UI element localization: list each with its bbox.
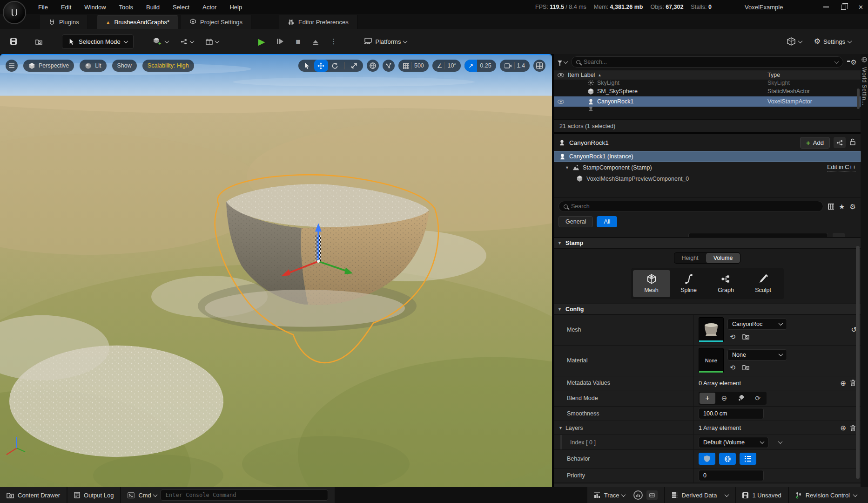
type-column-header[interactable]: Type — [767, 72, 861, 78]
menu-window[interactable]: Window — [79, 2, 111, 13]
menu-help[interactable]: Help — [224, 2, 248, 13]
component-row-stamp[interactable]: ▼ StampComponent (Stamp) Edit in C++ — [554, 162, 861, 173]
blueprints-dropdown[interactable] — [177, 35, 197, 48]
layer-dropdown[interactable]: Default (Volume — [699, 437, 768, 448]
section-config[interactable]: ▼ Config — [554, 304, 861, 315]
add-component-button[interactable]: + Add — [800, 137, 830, 149]
lit-dropdown[interactable]: Lit — [80, 60, 106, 72]
unlock-button[interactable] — [849, 138, 856, 147]
cinematics-dropdown[interactable] — [202, 35, 222, 48]
trace-dropdown[interactable]: Trace — [604, 492, 625, 499]
content-drawer-button[interactable]: Content Drawer — [0, 487, 67, 503]
details-search-input[interactable] — [558, 201, 823, 212]
edit-in-cpp-link[interactable]: Edit in C++ — [827, 164, 856, 171]
cmd-dropdown[interactable]: Cmd — [138, 492, 156, 499]
stamp-tool-mesh[interactable]: Mesh — [633, 270, 670, 297]
browse-content-button[interactable] — [32, 35, 46, 48]
insights-session-button[interactable] — [633, 490, 643, 500]
menu-actor[interactable]: Actor — [197, 2, 222, 13]
blend-add-button[interactable]: + — [700, 393, 715, 404]
restore-button[interactable] — [841, 5, 846, 10]
eject-button[interactable] — [309, 37, 322, 47]
revision-control-dropdown[interactable]: Revision Control — [789, 487, 868, 503]
priority-input[interactable] — [699, 470, 764, 481]
minimize-button[interactable] — [823, 7, 829, 7]
component-row-preview[interactable]: VoxelMeshStampPreviewComponent_0 — [554, 173, 861, 184]
insights-camera-button[interactable] — [646, 490, 658, 500]
browse-to-asset-button[interactable] — [740, 363, 751, 372]
favorites-star-icon[interactable]: ★ — [839, 203, 845, 210]
use-selected-asset-button[interactable]: ⟲ — [727, 363, 738, 372]
behavior-shield-button[interactable] — [699, 453, 715, 465]
volume-option[interactable]: Volume — [706, 253, 740, 263]
visibility-column-header[interactable] — [554, 73, 568, 77]
item-label-column-header[interactable]: Item Label ▲ — [568, 72, 767, 78]
outliner-row-skysphere[interactable]: SM_SkySphere StaticMeshActor — [554, 86, 861, 96]
camera-speed-control[interactable]: 1.4 — [500, 60, 530, 72]
material-asset-dropdown[interactable]: None — [727, 349, 787, 360]
section-stamp[interactable]: ▼ Stamp — [554, 238, 861, 249]
move-tool-button[interactable] — [314, 60, 328, 72]
filter-general-button[interactable]: General — [558, 216, 593, 227]
outliner-row-canyonrock1[interactable]: CanyonRock1 VoxelStampActor — [554, 96, 861, 107]
show-dropdown[interactable]: Show — [112, 60, 137, 72]
world-settings-tab[interactable]: World Settin... — [861, 67, 868, 106]
skip-frame-button[interactable] — [273, 35, 287, 48]
surface-snap-button[interactable] — [383, 60, 395, 72]
close-button[interactable]: ✕ — [858, 4, 863, 11]
use-selected-asset-button[interactable]: ⟲ — [727, 332, 738, 341]
scale-tool-button[interactable] — [347, 60, 361, 72]
add-array-element-button[interactable]: ⊕ — [840, 380, 846, 387]
height-option[interactable]: Height — [674, 253, 706, 263]
grid-snap-control[interactable]: 500 — [398, 60, 429, 72]
blend-subtract-button[interactable]: ⊖ — [716, 393, 732, 404]
console-command-input[interactable] — [161, 489, 328, 501]
settings-dropdown[interactable]: ⚙ Settings — [810, 34, 855, 48]
scalability-button[interactable]: Scalability: High — [142, 60, 194, 72]
stamp-tool-sculpt[interactable]: Sculpt — [745, 270, 782, 297]
blend-paint-button[interactable] — [733, 393, 749, 404]
stamp-tool-spline[interactable]: Spline — [670, 270, 707, 297]
element-options-chevron[interactable] — [778, 439, 783, 444]
filter-all-button[interactable]: All — [597, 216, 617, 227]
save-button[interactable] — [7, 35, 20, 48]
browse-to-asset-button[interactable] — [740, 332, 751, 341]
viewport-canvas[interactable] — [0, 55, 552, 487]
outliner-scrollbar[interactable] — [857, 88, 860, 109]
menu-build[interactable]: Build — [141, 2, 165, 13]
delete-array-button[interactable] — [850, 425, 856, 431]
convert-to-blueprint-button[interactable] — [834, 137, 846, 148]
world-local-toggle[interactable] — [367, 60, 379, 72]
expand-arrow-icon[interactable]: ▼ — [558, 426, 563, 430]
details-scrollbar[interactable] — [856, 246, 860, 479]
world-settings-icon[interactable] — [861, 57, 867, 62]
tab-project-settings[interactable]: Project Settings — [181, 15, 251, 29]
quick-add-dropdown[interactable]: + — [148, 34, 172, 49]
unsaved-button[interactable]: 1 Unsaved — [736, 487, 787, 503]
play-button[interactable]: ▶ — [255, 34, 269, 49]
outliner-search-field[interactable] — [584, 59, 832, 65]
menu-tools[interactable]: Tools — [114, 2, 139, 13]
select-tool-button[interactable] — [300, 60, 314, 72]
platforms-dropdown[interactable]: Platforms — [360, 34, 411, 48]
menu-file[interactable]: File — [33, 2, 54, 13]
component-row-instance[interactable]: CanyonRock1 (Instance) — [554, 151, 861, 162]
add-array-element-button[interactable]: ⊕ — [840, 424, 846, 431]
stamp-tool-graph[interactable]: Graph — [707, 270, 745, 297]
console-command-field[interactable] — [166, 492, 323, 498]
outliner-settings-button[interactable]: ⚙ — [851, 59, 857, 66]
outliner-search-input[interactable] — [571, 56, 843, 68]
material-thumbnail[interactable]: None — [699, 348, 724, 373]
delete-array-button[interactable] — [850, 380, 856, 386]
perspective-dropdown[interactable]: Perspective — [23, 60, 74, 72]
outliner-filter-button[interactable] — [558, 61, 567, 64]
play-options-kebab[interactable]: ⋮ — [327, 34, 341, 49]
details-search-field[interactable] — [571, 203, 818, 210]
selection-mode-dropdown[interactable]: Selection Mode — [62, 34, 134, 49]
tab-plugins[interactable]: Plugins — [40, 15, 88, 29]
tab-brushesandgraphs[interactable]: ▲ BrushesAndGraphs* — [97, 15, 178, 29]
viewport-menu-button[interactable] — [6, 60, 18, 72]
rotate-tool-button[interactable] — [328, 60, 342, 72]
behavior-wheel-button[interactable] — [719, 453, 736, 465]
outliner-row-skylight[interactable]: SkyLight SkyLight — [554, 80, 861, 86]
